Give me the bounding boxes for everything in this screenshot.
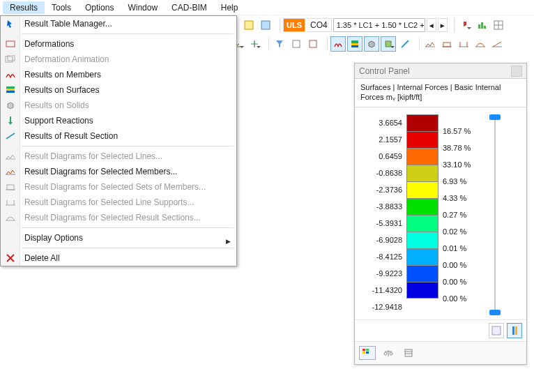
diagram-tool-4-icon[interactable]	[473, 36, 488, 52]
svg-rect-14	[293, 40, 300, 47]
diagram-members-icon	[3, 165, 17, 178]
combo-next-button[interactable]: ►	[438, 18, 448, 32]
toolbar-generic-icon[interactable]	[241, 17, 257, 33]
frame-highlight-icon[interactable]	[305, 36, 321, 52]
panel-tab-balance-icon[interactable]	[380, 346, 397, 360]
diagram-tool-3-icon[interactable]	[456, 36, 471, 52]
menu-item[interactable]: Results on Members	[1, 67, 236, 82]
pointer-icon	[3, 17, 17, 30]
menu-item[interactable]: Delete All	[1, 250, 236, 266]
combo-text: 1.35 * LC1 + 1.50 * LC2 + 1...	[337, 21, 425, 29]
legend-swatches	[406, 114, 438, 315]
menu-item[interactable]: Support Reactions	[1, 113, 236, 128]
diagram-supports-icon	[3, 196, 17, 209]
slider-track	[494, 117, 496, 312]
legend-value: -2.3736	[360, 181, 402, 198]
menu-item: Results on Solids	[1, 98, 236, 113]
menu-item[interactable]: Deformations	[1, 36, 236, 52]
solid-results-icon	[3, 99, 17, 112]
legend-value: -6.9028	[360, 232, 402, 248]
legend-percent: 33.10 %	[443, 156, 480, 173]
diagram-lines-icon	[3, 150, 17, 163]
legend-scale-icon[interactable]	[507, 323, 522, 338]
diagram-tool-2-icon[interactable]	[439, 36, 455, 52]
svg-rect-32	[6, 86, 15, 89]
toolbar-axes2-icon[interactable]	[247, 36, 262, 52]
legend-percent: 38.78 %	[443, 140, 480, 156]
legend-value: -8.4125	[360, 248, 402, 265]
pen-icon[interactable]	[397, 36, 413, 52]
svg-rect-58	[405, 349, 412, 356]
toolbar-row-2	[213, 36, 505, 52]
svg-line-20	[402, 40, 409, 47]
legend-footer	[355, 319, 526, 341]
close-icon[interactable]	[511, 66, 522, 77]
menu-window[interactable]: Window	[121, 1, 165, 14]
result-settings-icon[interactable]	[381, 36, 396, 52]
result-solid-icon[interactable]	[364, 36, 379, 52]
toolbar-separator	[276, 18, 280, 32]
combo-prev-button[interactable]: ◄	[427, 18, 436, 32]
flag-filter-icon[interactable]	[457, 17, 473, 33]
legend-value: -9.9223	[360, 265, 402, 282]
svg-point-56	[384, 352, 387, 355]
legend-swatch	[406, 181, 438, 198]
menu-options[interactable]: Options	[78, 1, 121, 14]
svg-point-57	[390, 352, 392, 355]
legend-value: -11.4320	[360, 282, 402, 299]
menu-item-label: Display Options	[24, 233, 83, 243]
result-section-icon	[3, 130, 17, 142]
filter-icon[interactable]	[272, 36, 287, 52]
slider-thumb-bottom[interactable]	[489, 310, 501, 315]
menu-item[interactable]: Results on Surfaces	[1, 82, 236, 98]
menu-tools[interactable]: Tools	[45, 1, 78, 14]
result-surface-icon[interactable]	[347, 36, 363, 52]
control-panel-titlebar[interactable]: Control Panel	[355, 63, 526, 79]
svg-rect-30	[6, 56, 13, 62]
surface-results-icon	[3, 84, 17, 96]
diagram-sets-icon	[3, 181, 17, 193]
menu-separator	[22, 248, 234, 248]
slider-thumb-top[interactable]	[489, 114, 501, 120]
menu-item-label: Deformations	[24, 39, 74, 49]
result-member-icon[interactable]	[330, 36, 346, 52]
panel-tab-colors[interactable]	[359, 346, 376, 360]
svg-rect-49	[515, 326, 517, 335]
toolbar-grid-icon[interactable]	[491, 17, 506, 33]
legend-options-icon[interactable]	[489, 323, 504, 338]
menu-item-label: Deformation Animation	[24, 54, 109, 64]
svg-rect-29	[6, 41, 15, 47]
legend-slider[interactable]	[485, 114, 505, 315]
legend-percent: 6.93 %	[443, 173, 480, 190]
menu-item-label: Result Table Manager...	[24, 19, 112, 29]
svg-rect-50	[363, 349, 365, 351]
menu-item[interactable]: Results of Result Section	[1, 128, 236, 144]
panel-tab-list-icon[interactable]	[401, 346, 418, 360]
menu-item[interactable]: Result Diagrams for Selected Members...	[1, 164, 236, 179]
diagram-tool-1-icon[interactable]	[422, 36, 438, 52]
menu-results[interactable]: Results	[3, 1, 45, 14]
menu-help[interactable]: Help	[214, 1, 245, 14]
legend-swatch	[406, 232, 438, 248]
toolbar-chart-icon[interactable]	[474, 17, 489, 33]
menu-cad-bim[interactable]: CAD-BIM	[165, 1, 214, 14]
toolbar-generic-icon[interactable]	[258, 17, 273, 33]
frame-icon[interactable]	[289, 36, 304, 52]
svg-rect-31	[8, 55, 15, 61]
legend-value: -3.8833	[360, 198, 402, 215]
load-combination-combo[interactable]: 1.35 * LC1 + 1.50 * LC2 + 1...	[333, 18, 425, 32]
support-reactions-icon	[3, 114, 17, 127]
svg-rect-18	[351, 45, 358, 47]
diagram-tool-5-icon[interactable]	[489, 36, 505, 52]
legend-value: -5.3931	[360, 215, 402, 232]
legend-swatch	[406, 131, 438, 148]
menu-item-label: Result Diagrams for Selected Lines...	[24, 151, 162, 161]
menu-item-label: Result Diagrams for Selected Line Suppor…	[24, 197, 194, 207]
legend-value: -12.9418	[360, 299, 402, 315]
menu-item[interactable]: Result Table Manager...	[1, 16, 236, 31]
toolbar-separator	[415, 37, 420, 51]
svg-rect-51	[366, 349, 369, 351]
toolbar-separator	[450, 18, 455, 32]
svg-rect-2	[478, 24, 480, 29]
menu-item[interactable]: Display Options	[1, 230, 236, 246]
